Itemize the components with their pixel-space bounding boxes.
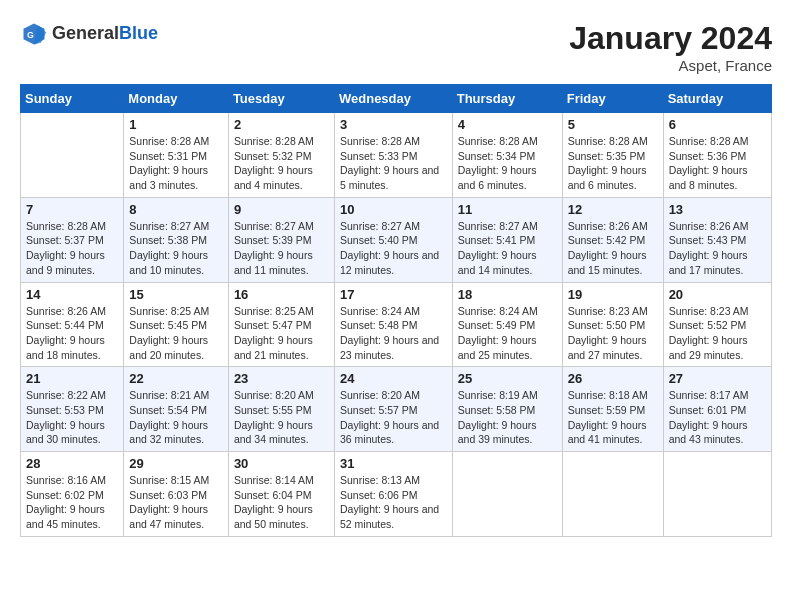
calendar-cell: 19Sunrise: 8:23 AMSunset: 5:50 PMDayligh… xyxy=(562,282,663,367)
col-friday: Friday xyxy=(562,85,663,113)
day-number: 20 xyxy=(669,287,766,302)
col-sunday: Sunday xyxy=(21,85,124,113)
day-info: Sunrise: 8:28 AMSunset: 5:33 PMDaylight:… xyxy=(340,134,447,193)
day-number: 23 xyxy=(234,371,329,386)
page-title: January 2024 xyxy=(569,20,772,57)
day-number: 11 xyxy=(458,202,557,217)
day-info: Sunrise: 8:24 AMSunset: 5:49 PMDaylight:… xyxy=(458,304,557,363)
calendar-cell: 7Sunrise: 8:28 AMSunset: 5:37 PMDaylight… xyxy=(21,197,124,282)
col-saturday: Saturday xyxy=(663,85,771,113)
day-info: Sunrise: 8:28 AMSunset: 5:32 PMDaylight:… xyxy=(234,134,329,193)
calendar-cell: 28Sunrise: 8:16 AMSunset: 6:02 PMDayligh… xyxy=(21,452,124,537)
day-info: Sunrise: 8:20 AMSunset: 5:57 PMDaylight:… xyxy=(340,388,447,447)
day-info: Sunrise: 8:28 AMSunset: 5:35 PMDaylight:… xyxy=(568,134,658,193)
calendar-cell: 8Sunrise: 8:27 AMSunset: 5:38 PMDaylight… xyxy=(124,197,229,282)
day-number: 27 xyxy=(669,371,766,386)
day-info: Sunrise: 8:21 AMSunset: 5:54 PMDaylight:… xyxy=(129,388,223,447)
calendar-cell: 2Sunrise: 8:28 AMSunset: 5:32 PMDaylight… xyxy=(228,113,334,198)
page-subtitle: Aspet, France xyxy=(569,57,772,74)
day-info: Sunrise: 8:27 AMSunset: 5:40 PMDaylight:… xyxy=(340,219,447,278)
calendar-cell: 5Sunrise: 8:28 AMSunset: 5:35 PMDaylight… xyxy=(562,113,663,198)
day-number: 31 xyxy=(340,456,447,471)
calendar-cell: 21Sunrise: 8:22 AMSunset: 5:53 PMDayligh… xyxy=(21,367,124,452)
day-info: Sunrise: 8:23 AMSunset: 5:50 PMDaylight:… xyxy=(568,304,658,363)
logo-blue: Blue xyxy=(119,24,158,44)
calendar-cell: 3Sunrise: 8:28 AMSunset: 5:33 PMDaylight… xyxy=(334,113,452,198)
day-info: Sunrise: 8:16 AMSunset: 6:02 PMDaylight:… xyxy=(26,473,118,532)
day-number: 12 xyxy=(568,202,658,217)
day-number: 21 xyxy=(26,371,118,386)
day-info: Sunrise: 8:20 AMSunset: 5:55 PMDaylight:… xyxy=(234,388,329,447)
calendar-cell: 26Sunrise: 8:18 AMSunset: 5:59 PMDayligh… xyxy=(562,367,663,452)
day-number: 6 xyxy=(669,117,766,132)
day-info: Sunrise: 8:24 AMSunset: 5:48 PMDaylight:… xyxy=(340,304,447,363)
day-info: Sunrise: 8:19 AMSunset: 5:58 PMDaylight:… xyxy=(458,388,557,447)
day-number: 14 xyxy=(26,287,118,302)
col-tuesday: Tuesday xyxy=(228,85,334,113)
day-number: 10 xyxy=(340,202,447,217)
calendar-cell xyxy=(663,452,771,537)
calendar-cell xyxy=(452,452,562,537)
day-info: Sunrise: 8:14 AMSunset: 6:04 PMDaylight:… xyxy=(234,473,329,532)
day-number: 30 xyxy=(234,456,329,471)
svg-text:G: G xyxy=(27,30,34,40)
day-number: 18 xyxy=(458,287,557,302)
calendar-week-2: 7Sunrise: 8:28 AMSunset: 5:37 PMDaylight… xyxy=(21,197,772,282)
day-number: 5 xyxy=(568,117,658,132)
day-info: Sunrise: 8:27 AMSunset: 5:39 PMDaylight:… xyxy=(234,219,329,278)
day-info: Sunrise: 8:26 AMSunset: 5:42 PMDaylight:… xyxy=(568,219,658,278)
day-number: 16 xyxy=(234,287,329,302)
day-number: 8 xyxy=(129,202,223,217)
calendar-cell: 13Sunrise: 8:26 AMSunset: 5:43 PMDayligh… xyxy=(663,197,771,282)
day-info: Sunrise: 8:22 AMSunset: 5:53 PMDaylight:… xyxy=(26,388,118,447)
calendar-cell: 16Sunrise: 8:25 AMSunset: 5:47 PMDayligh… xyxy=(228,282,334,367)
day-info: Sunrise: 8:13 AMSunset: 6:06 PMDaylight:… xyxy=(340,473,447,532)
day-number: 26 xyxy=(568,371,658,386)
logo: G GeneralBlue xyxy=(20,20,158,48)
day-number: 3 xyxy=(340,117,447,132)
header-row: Sunday Monday Tuesday Wednesday Thursday… xyxy=(21,85,772,113)
day-info: Sunrise: 8:28 AMSunset: 5:36 PMDaylight:… xyxy=(669,134,766,193)
col-thursday: Thursday xyxy=(452,85,562,113)
day-number: 24 xyxy=(340,371,447,386)
day-info: Sunrise: 8:28 AMSunset: 5:37 PMDaylight:… xyxy=(26,219,118,278)
logo-icon: G xyxy=(20,20,48,48)
day-info: Sunrise: 8:26 AMSunset: 5:43 PMDaylight:… xyxy=(669,219,766,278)
col-monday: Monday xyxy=(124,85,229,113)
day-info: Sunrise: 8:27 AMSunset: 5:41 PMDaylight:… xyxy=(458,219,557,278)
calendar-cell: 15Sunrise: 8:25 AMSunset: 5:45 PMDayligh… xyxy=(124,282,229,367)
day-number: 7 xyxy=(26,202,118,217)
calendar-cell: 24Sunrise: 8:20 AMSunset: 5:57 PMDayligh… xyxy=(334,367,452,452)
calendar-cell: 25Sunrise: 8:19 AMSunset: 5:58 PMDayligh… xyxy=(452,367,562,452)
day-info: Sunrise: 8:28 AMSunset: 5:31 PMDaylight:… xyxy=(129,134,223,193)
day-number: 2 xyxy=(234,117,329,132)
calendar-cell: 30Sunrise: 8:14 AMSunset: 6:04 PMDayligh… xyxy=(228,452,334,537)
day-number: 28 xyxy=(26,456,118,471)
calendar-cell: 12Sunrise: 8:26 AMSunset: 5:42 PMDayligh… xyxy=(562,197,663,282)
logo-text: GeneralBlue xyxy=(52,24,158,44)
calendar-cell: 10Sunrise: 8:27 AMSunset: 5:40 PMDayligh… xyxy=(334,197,452,282)
page-header: G GeneralBlue January 2024 Aspet, France xyxy=(20,20,772,74)
day-info: Sunrise: 8:25 AMSunset: 5:47 PMDaylight:… xyxy=(234,304,329,363)
title-block: January 2024 Aspet, France xyxy=(569,20,772,74)
calendar-cell: 14Sunrise: 8:26 AMSunset: 5:44 PMDayligh… xyxy=(21,282,124,367)
calendar-cell: 11Sunrise: 8:27 AMSunset: 5:41 PMDayligh… xyxy=(452,197,562,282)
calendar-cell: 29Sunrise: 8:15 AMSunset: 6:03 PMDayligh… xyxy=(124,452,229,537)
calendar-cell: 20Sunrise: 8:23 AMSunset: 5:52 PMDayligh… xyxy=(663,282,771,367)
calendar-week-1: 1Sunrise: 8:28 AMSunset: 5:31 PMDaylight… xyxy=(21,113,772,198)
day-info: Sunrise: 8:18 AMSunset: 5:59 PMDaylight:… xyxy=(568,388,658,447)
day-info: Sunrise: 8:28 AMSunset: 5:34 PMDaylight:… xyxy=(458,134,557,193)
calendar-cell xyxy=(562,452,663,537)
calendar-cell: 18Sunrise: 8:24 AMSunset: 5:49 PMDayligh… xyxy=(452,282,562,367)
day-number: 4 xyxy=(458,117,557,132)
day-number: 19 xyxy=(568,287,658,302)
day-number: 9 xyxy=(234,202,329,217)
day-number: 29 xyxy=(129,456,223,471)
day-number: 25 xyxy=(458,371,557,386)
calendar-cell: 17Sunrise: 8:24 AMSunset: 5:48 PMDayligh… xyxy=(334,282,452,367)
day-info: Sunrise: 8:15 AMSunset: 6:03 PMDaylight:… xyxy=(129,473,223,532)
calendar-week-3: 14Sunrise: 8:26 AMSunset: 5:44 PMDayligh… xyxy=(21,282,772,367)
day-number: 17 xyxy=(340,287,447,302)
day-info: Sunrise: 8:27 AMSunset: 5:38 PMDaylight:… xyxy=(129,219,223,278)
day-number: 1 xyxy=(129,117,223,132)
